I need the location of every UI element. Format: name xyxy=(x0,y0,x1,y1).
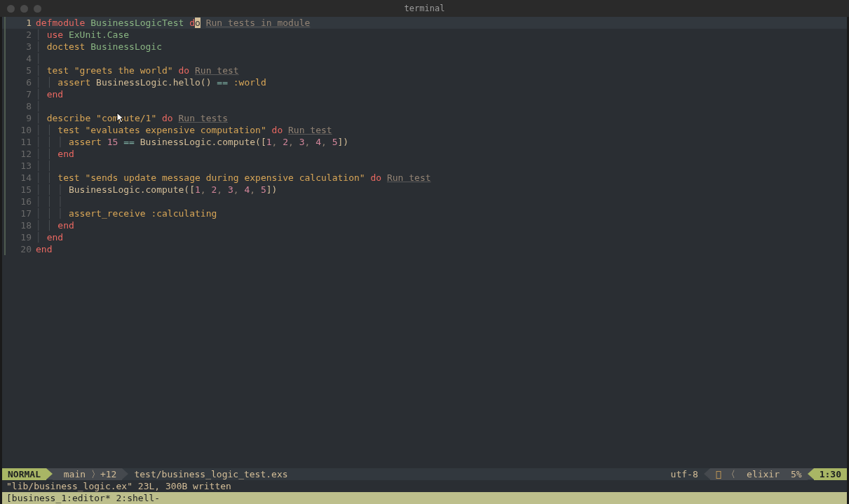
vcs-changes: +12 xyxy=(100,468,116,480)
code-line[interactable]: 20 end xyxy=(2,243,847,255)
filepath: test/business_logic_test.exs xyxy=(128,468,293,480)
diagnostics-segment: 󰛩 〈 elixir xyxy=(710,468,785,480)
line-number: 8 xyxy=(2,100,36,112)
code-line[interactable]: 12 │ │ end xyxy=(2,148,847,160)
line-number: 15 xyxy=(2,184,36,196)
line-number: 2 xyxy=(2,29,36,41)
run-describe-tests-lens[interactable]: Run tests xyxy=(179,113,228,123)
run-module-tests-lens[interactable]: Run tests in module xyxy=(206,18,311,28)
scroll-percent: 5% xyxy=(785,468,808,480)
line-number: 10 xyxy=(2,124,36,136)
line-number: 16 xyxy=(2,196,36,207)
line-number: 14 xyxy=(2,172,36,184)
code-line[interactable]: 3 │ doctest BusinessLogic xyxy=(2,41,847,53)
line-number: 19 xyxy=(2,231,36,243)
line-number: 11 xyxy=(2,136,36,148)
separator-icon xyxy=(808,468,814,479)
line-number: 5 xyxy=(2,64,36,76)
line-number: 13 xyxy=(2,160,36,172)
line-number: 1 xyxy=(2,17,36,29)
code-line[interactable]: 6 │ │ assert BusinessLogic.hello() == :w… xyxy=(2,76,847,88)
vim-mode-indicator: NORMAL xyxy=(2,468,46,480)
statusline: NORMAL main 〉+12 test/business_logic_tes… xyxy=(2,468,847,480)
code-line[interactable]: 5 │ test "greets the world" do Run test xyxy=(2,64,847,76)
git-branch-segment: main 〉+12 xyxy=(53,468,122,480)
code-line[interactable]: 4 │ xyxy=(2,53,847,64)
line-number: 12 xyxy=(2,148,36,160)
traffic-lights xyxy=(7,5,41,13)
run-test-lens[interactable]: Run test xyxy=(288,125,332,135)
code-line[interactable]: 9 │ describe "compute/1" do Run tests xyxy=(2,112,847,124)
line-number: 4 xyxy=(2,53,36,64)
close-window-button[interactable] xyxy=(7,5,15,13)
code-line[interactable]: 8 │ xyxy=(2,100,847,112)
code-line[interactable]: 18 │ │ end xyxy=(2,219,847,231)
line-number: 6 xyxy=(2,76,36,88)
tmux-statusline[interactable]: [business_1:editor* 2:shell- xyxy=(2,492,847,504)
line-number: 17 xyxy=(2,207,36,219)
encoding: utf-8 xyxy=(665,468,704,480)
code-editor[interactable]: 1 defmodule BusinessLogicTest do Run tes… xyxy=(2,17,847,468)
statusline-fill xyxy=(294,468,665,480)
zoom-window-button[interactable] xyxy=(34,5,41,13)
diff-added-indicator xyxy=(4,17,6,255)
window-titlebar: terminal xyxy=(0,0,849,17)
line-number: 20 xyxy=(2,243,36,255)
code-line[interactable]: 19 │ end xyxy=(2,231,847,243)
code-line[interactable]: 16 │ │ │ xyxy=(2,196,847,207)
cursor-position: 1:30 xyxy=(814,468,847,480)
filetype-label: elixir xyxy=(747,468,780,480)
code-line[interactable]: 15 │ │ │ BusinessLogic.compute([1, 2, 3,… xyxy=(2,184,847,196)
code-line[interactable]: 11 │ │ │ assert 15 == BusinessLogic.comp… xyxy=(2,136,847,148)
code-line[interactable]: 2 │ use ExUnit.Case xyxy=(2,29,847,41)
code-line[interactable]: 14 │ │ test "sends update message during… xyxy=(2,172,847,184)
code-line[interactable]: 17 │ │ │ assert_receive :calculating xyxy=(2,207,847,219)
separator-icon xyxy=(704,468,710,479)
line-number: 9 xyxy=(2,112,36,124)
line-number: 7 xyxy=(2,88,36,100)
separator-icon xyxy=(46,468,53,479)
code-line[interactable]: 7 │ end xyxy=(2,88,847,100)
hint-icon: 󰛩 xyxy=(716,468,721,480)
window-title: terminal xyxy=(0,4,849,13)
line-number: 3 xyxy=(2,41,36,53)
minimize-window-button[interactable] xyxy=(20,5,28,13)
text-cursor: o xyxy=(195,18,201,28)
separator-icon xyxy=(122,468,128,479)
code-line[interactable]: 1 defmodule BusinessLogicTest do Run tes… xyxy=(2,17,847,29)
code-line[interactable]: 10 │ │ test "evaluates expensive computa… xyxy=(2,124,847,136)
code-line[interactable]: 13 │ │ xyxy=(2,160,847,172)
message-line: "lib/business_logic.ex" 23L, 300B writte… xyxy=(2,480,847,492)
run-test-lens[interactable]: Run test xyxy=(195,65,239,76)
line-number: 18 xyxy=(2,219,36,231)
branch-name: main xyxy=(64,468,86,480)
run-test-lens[interactable]: Run test xyxy=(387,172,431,183)
